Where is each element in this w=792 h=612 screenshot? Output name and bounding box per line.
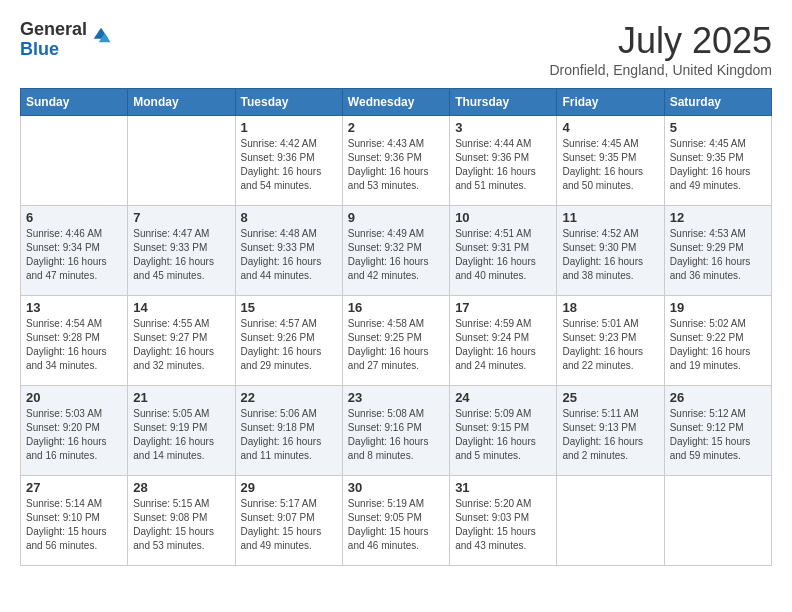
calendar-week-row: 20Sunrise: 5:03 AMSunset: 9:20 PMDayligh… xyxy=(21,386,772,476)
title-block: July 2025 Dronfield, England, United Kin… xyxy=(549,20,772,78)
logo-icon xyxy=(90,24,112,46)
column-header-sunday: Sunday xyxy=(21,89,128,116)
day-number: 30 xyxy=(348,480,444,495)
calendar-cell: 16Sunrise: 4:58 AMSunset: 9:25 PMDayligh… xyxy=(342,296,449,386)
day-info: Sunrise: 5:08 AMSunset: 9:16 PMDaylight:… xyxy=(348,407,444,463)
day-number: 5 xyxy=(670,120,766,135)
calendar-cell: 30Sunrise: 5:19 AMSunset: 9:05 PMDayligh… xyxy=(342,476,449,566)
day-number: 24 xyxy=(455,390,551,405)
calendar-cell: 9Sunrise: 4:49 AMSunset: 9:32 PMDaylight… xyxy=(342,206,449,296)
day-number: 6 xyxy=(26,210,122,225)
day-number: 26 xyxy=(670,390,766,405)
day-number: 9 xyxy=(348,210,444,225)
calendar-cell: 14Sunrise: 4:55 AMSunset: 9:27 PMDayligh… xyxy=(128,296,235,386)
day-number: 22 xyxy=(241,390,337,405)
day-number: 19 xyxy=(670,300,766,315)
day-info: Sunrise: 5:09 AMSunset: 9:15 PMDaylight:… xyxy=(455,407,551,463)
day-number: 4 xyxy=(562,120,658,135)
logo-general-text: General xyxy=(20,20,87,40)
month-title: July 2025 xyxy=(549,20,772,62)
calendar-cell: 15Sunrise: 4:57 AMSunset: 9:26 PMDayligh… xyxy=(235,296,342,386)
day-info: Sunrise: 4:47 AMSunset: 9:33 PMDaylight:… xyxy=(133,227,229,283)
day-info: Sunrise: 5:01 AMSunset: 9:23 PMDaylight:… xyxy=(562,317,658,373)
day-info: Sunrise: 4:46 AMSunset: 9:34 PMDaylight:… xyxy=(26,227,122,283)
column-header-monday: Monday xyxy=(128,89,235,116)
calendar-cell: 3Sunrise: 4:44 AMSunset: 9:36 PMDaylight… xyxy=(450,116,557,206)
day-number: 8 xyxy=(241,210,337,225)
day-info: Sunrise: 5:15 AMSunset: 9:08 PMDaylight:… xyxy=(133,497,229,553)
column-header-friday: Friday xyxy=(557,89,664,116)
logo-blue-text: Blue xyxy=(20,40,87,60)
calendar-cell: 31Sunrise: 5:20 AMSunset: 9:03 PMDayligh… xyxy=(450,476,557,566)
day-number: 21 xyxy=(133,390,229,405)
day-info: Sunrise: 5:17 AMSunset: 9:07 PMDaylight:… xyxy=(241,497,337,553)
day-info: Sunrise: 4:53 AMSunset: 9:29 PMDaylight:… xyxy=(670,227,766,283)
day-number: 2 xyxy=(348,120,444,135)
day-number: 29 xyxy=(241,480,337,495)
calendar-week-row: 6Sunrise: 4:46 AMSunset: 9:34 PMDaylight… xyxy=(21,206,772,296)
calendar-cell xyxy=(21,116,128,206)
column-header-wednesday: Wednesday xyxy=(342,89,449,116)
calendar-cell xyxy=(128,116,235,206)
calendar-cell: 22Sunrise: 5:06 AMSunset: 9:18 PMDayligh… xyxy=(235,386,342,476)
column-header-saturday: Saturday xyxy=(664,89,771,116)
day-info: Sunrise: 4:54 AMSunset: 9:28 PMDaylight:… xyxy=(26,317,122,373)
day-number: 23 xyxy=(348,390,444,405)
calendar-week-row: 27Sunrise: 5:14 AMSunset: 9:10 PMDayligh… xyxy=(21,476,772,566)
calendar-cell: 19Sunrise: 5:02 AMSunset: 9:22 PMDayligh… xyxy=(664,296,771,386)
calendar-cell: 25Sunrise: 5:11 AMSunset: 9:13 PMDayligh… xyxy=(557,386,664,476)
day-info: Sunrise: 5:20 AMSunset: 9:03 PMDaylight:… xyxy=(455,497,551,553)
day-info: Sunrise: 4:44 AMSunset: 9:36 PMDaylight:… xyxy=(455,137,551,193)
calendar-cell: 20Sunrise: 5:03 AMSunset: 9:20 PMDayligh… xyxy=(21,386,128,476)
day-info: Sunrise: 5:02 AMSunset: 9:22 PMDaylight:… xyxy=(670,317,766,373)
day-number: 11 xyxy=(562,210,658,225)
calendar-table: SundayMondayTuesdayWednesdayThursdayFrid… xyxy=(20,88,772,566)
calendar-cell: 4Sunrise: 4:45 AMSunset: 9:35 PMDaylight… xyxy=(557,116,664,206)
calendar-cell: 2Sunrise: 4:43 AMSunset: 9:36 PMDaylight… xyxy=(342,116,449,206)
day-info: Sunrise: 4:59 AMSunset: 9:24 PMDaylight:… xyxy=(455,317,551,373)
column-header-tuesday: Tuesday xyxy=(235,89,342,116)
day-number: 16 xyxy=(348,300,444,315)
day-info: Sunrise: 4:45 AMSunset: 9:35 PMDaylight:… xyxy=(670,137,766,193)
day-number: 14 xyxy=(133,300,229,315)
day-number: 10 xyxy=(455,210,551,225)
day-info: Sunrise: 5:06 AMSunset: 9:18 PMDaylight:… xyxy=(241,407,337,463)
day-info: Sunrise: 4:48 AMSunset: 9:33 PMDaylight:… xyxy=(241,227,337,283)
day-number: 17 xyxy=(455,300,551,315)
location-subtitle: Dronfield, England, United Kingdom xyxy=(549,62,772,78)
day-number: 25 xyxy=(562,390,658,405)
day-info: Sunrise: 5:11 AMSunset: 9:13 PMDaylight:… xyxy=(562,407,658,463)
day-info: Sunrise: 4:49 AMSunset: 9:32 PMDaylight:… xyxy=(348,227,444,283)
calendar-week-row: 1Sunrise: 4:42 AMSunset: 9:36 PMDaylight… xyxy=(21,116,772,206)
day-info: Sunrise: 4:57 AMSunset: 9:26 PMDaylight:… xyxy=(241,317,337,373)
calendar-cell: 21Sunrise: 5:05 AMSunset: 9:19 PMDayligh… xyxy=(128,386,235,476)
page-header: General Blue July 2025 Dronfield, Englan… xyxy=(20,20,772,78)
day-info: Sunrise: 4:42 AMSunset: 9:36 PMDaylight:… xyxy=(241,137,337,193)
calendar-cell: 11Sunrise: 4:52 AMSunset: 9:30 PMDayligh… xyxy=(557,206,664,296)
day-number: 28 xyxy=(133,480,229,495)
day-info: Sunrise: 4:45 AMSunset: 9:35 PMDaylight:… xyxy=(562,137,658,193)
calendar-cell: 24Sunrise: 5:09 AMSunset: 9:15 PMDayligh… xyxy=(450,386,557,476)
day-info: Sunrise: 5:19 AMSunset: 9:05 PMDaylight:… xyxy=(348,497,444,553)
day-number: 18 xyxy=(562,300,658,315)
day-info: Sunrise: 5:14 AMSunset: 9:10 PMDaylight:… xyxy=(26,497,122,553)
calendar-cell: 29Sunrise: 5:17 AMSunset: 9:07 PMDayligh… xyxy=(235,476,342,566)
column-header-thursday: Thursday xyxy=(450,89,557,116)
calendar-cell: 28Sunrise: 5:15 AMSunset: 9:08 PMDayligh… xyxy=(128,476,235,566)
logo: General Blue xyxy=(20,20,112,60)
calendar-cell: 17Sunrise: 4:59 AMSunset: 9:24 PMDayligh… xyxy=(450,296,557,386)
calendar-cell: 23Sunrise: 5:08 AMSunset: 9:16 PMDayligh… xyxy=(342,386,449,476)
calendar-cell: 27Sunrise: 5:14 AMSunset: 9:10 PMDayligh… xyxy=(21,476,128,566)
day-number: 20 xyxy=(26,390,122,405)
day-info: Sunrise: 5:05 AMSunset: 9:19 PMDaylight:… xyxy=(133,407,229,463)
calendar-cell: 13Sunrise: 4:54 AMSunset: 9:28 PMDayligh… xyxy=(21,296,128,386)
day-info: Sunrise: 4:55 AMSunset: 9:27 PMDaylight:… xyxy=(133,317,229,373)
calendar-cell: 10Sunrise: 4:51 AMSunset: 9:31 PMDayligh… xyxy=(450,206,557,296)
calendar-cell: 1Sunrise: 4:42 AMSunset: 9:36 PMDaylight… xyxy=(235,116,342,206)
calendar-cell: 26Sunrise: 5:12 AMSunset: 9:12 PMDayligh… xyxy=(664,386,771,476)
calendar-week-row: 13Sunrise: 4:54 AMSunset: 9:28 PMDayligh… xyxy=(21,296,772,386)
day-info: Sunrise: 4:52 AMSunset: 9:30 PMDaylight:… xyxy=(562,227,658,283)
calendar-cell: 7Sunrise: 4:47 AMSunset: 9:33 PMDaylight… xyxy=(128,206,235,296)
day-number: 13 xyxy=(26,300,122,315)
day-info: Sunrise: 5:03 AMSunset: 9:20 PMDaylight:… xyxy=(26,407,122,463)
